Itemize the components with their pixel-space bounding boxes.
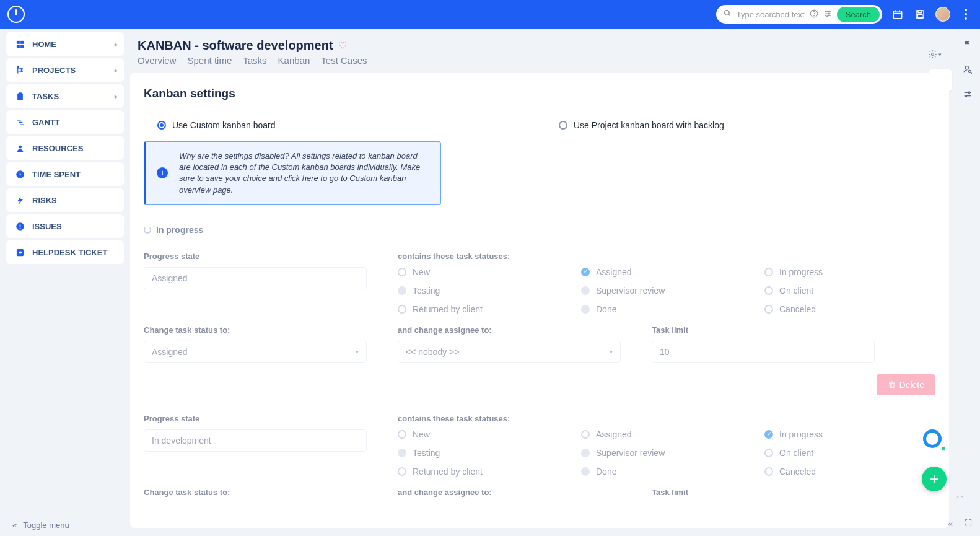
chk-on-client[interactable]: On client xyxy=(764,286,935,296)
radio-label: Use Project kanban board with backlog xyxy=(574,120,724,130)
chk-testing[interactable]: Testing xyxy=(398,448,569,458)
tab-tasks[interactable]: Tasks xyxy=(243,55,266,66)
person-search-icon[interactable] xyxy=(963,64,973,77)
sidebar-item-label: HOME xyxy=(32,40,56,49)
radio-label: Use Custom kanban board xyxy=(172,120,276,130)
flag-icon[interactable] xyxy=(963,40,973,52)
sidebar-item-tasks[interactable]: TASKS ▸ xyxy=(6,84,124,108)
change-status-select[interactable]: Assigned▾ xyxy=(144,341,367,363)
add-fab[interactable]: + xyxy=(922,467,947,491)
chat-fab[interactable] xyxy=(923,429,947,453)
chk-in-progress[interactable]: In progress xyxy=(764,267,935,277)
person-icon xyxy=(15,143,25,153)
chk-canceled[interactable]: Canceled xyxy=(764,304,935,314)
calendar-icon[interactable] xyxy=(891,7,904,21)
sidebar-item-time-spent[interactable]: TIME SPENT xyxy=(6,162,124,186)
sidebar-item-resources[interactable]: RESOURCES xyxy=(6,136,124,160)
chk-done[interactable]: Done xyxy=(581,304,752,314)
sliders-icon[interactable] xyxy=(823,9,832,20)
label-change-assignee: and change assignee to: xyxy=(398,488,633,497)
sidebar-item-helpdesk[interactable]: HELPDESK TICKET xyxy=(6,240,124,264)
progress-state-input[interactable]: In development xyxy=(144,429,367,452)
search-button[interactable]: Search xyxy=(837,7,880,22)
svg-point-48 xyxy=(968,92,970,94)
info-link[interactable]: here xyxy=(302,174,318,183)
sidebar: HOME ▸ PROJECTS ▸ TASKS ▸ GANTT RESOURCE… xyxy=(6,32,124,266)
chk-canceled[interactable]: Canceled xyxy=(764,467,935,477)
radio-project-board[interactable]: Use Project kanban board with backlog xyxy=(559,120,935,130)
topbar-left xyxy=(7,6,25,23)
fullscreen-icon[interactable] xyxy=(964,518,973,529)
tab-kanban[interactable]: Kanban xyxy=(278,55,310,66)
sidebar-item-projects[interactable]: PROJECTS ▸ xyxy=(6,58,124,82)
more-icon[interactable] xyxy=(959,7,973,21)
search-input[interactable] xyxy=(737,10,805,19)
svg-point-3 xyxy=(814,15,815,16)
tab-overview[interactable]: Overview xyxy=(138,55,177,66)
tab-test-cases[interactable]: Test Cases xyxy=(321,55,367,66)
chk-new[interactable]: New xyxy=(398,429,569,439)
toggle-menu-label: Toggle menu xyxy=(23,521,69,530)
label-change-assignee: and change assignee to: xyxy=(398,325,633,335)
chevron-double-left-icon[interactable]: « xyxy=(948,519,953,529)
page-settings-dropdown[interactable]: ▾ xyxy=(928,50,942,59)
radio-custom-board[interactable]: Use Custom kanban board xyxy=(157,120,534,130)
chevron-right-icon: ▸ xyxy=(115,41,118,48)
toggle-menu-button[interactable]: « Toggle menu xyxy=(12,521,69,530)
plus-icon: + xyxy=(930,470,938,488)
sidebar-item-label: RISKS xyxy=(32,196,57,205)
save-icon[interactable] xyxy=(913,7,927,21)
svg-line-1 xyxy=(728,14,730,16)
chevron-right-icon: ▸ xyxy=(115,67,118,74)
chk-assigned[interactable]: Assigned xyxy=(581,267,752,277)
user-avatar[interactable] xyxy=(935,7,950,22)
page-title: KANBAN - software development xyxy=(138,38,333,53)
svg-rect-30 xyxy=(17,93,23,100)
chk-done[interactable]: Done xyxy=(581,467,752,477)
chk-returned[interactable]: Returned by client xyxy=(398,304,569,314)
section-header[interactable]: In progress xyxy=(144,220,935,240)
chk-supervisor[interactable]: Supervisor review xyxy=(581,448,752,458)
svg-rect-31 xyxy=(19,92,22,94)
chk-returned[interactable]: Returned by client xyxy=(398,467,569,477)
sliders-icon[interactable] xyxy=(963,89,973,102)
heart-icon[interactable]: ♡ xyxy=(338,40,347,51)
svg-rect-10 xyxy=(893,11,902,19)
sidebar-item-label: HELPDESK TICKET xyxy=(32,248,107,257)
sidebar-item-home[interactable]: HOME ▸ xyxy=(6,32,124,56)
info-box: i Why are the settings disabled? All set… xyxy=(144,141,441,205)
chk-testing[interactable]: Testing xyxy=(398,286,569,296)
app-logo-icon[interactable] xyxy=(7,6,25,23)
svg-rect-15 xyxy=(918,11,922,13)
svg-point-19 xyxy=(965,17,967,20)
label-task-limit: Task limit xyxy=(652,325,887,335)
sidebar-item-issues[interactable]: ISSUES xyxy=(6,214,124,238)
chevron-up-icon[interactable]: ︿ xyxy=(956,490,964,501)
sidebar-item-label: TASKS xyxy=(32,92,59,101)
label-contains: contains these task statuses: xyxy=(398,414,935,423)
settings-card: Kanban settings Use Custom kanban board … xyxy=(130,73,949,528)
topbar: Search xyxy=(0,0,980,29)
delete-button[interactable]: 🗑 Delete xyxy=(877,374,935,395)
chevron-double-left-icon: « xyxy=(12,521,17,530)
chk-supervisor[interactable]: Supervisor review xyxy=(581,286,752,296)
status-checkbox-grid: New Assigned In progress Testing Supervi… xyxy=(398,267,935,314)
svg-point-43 xyxy=(965,66,968,69)
chk-new[interactable]: New xyxy=(398,267,569,277)
svg-point-35 xyxy=(19,145,22,148)
svg-rect-20 xyxy=(16,40,19,43)
chk-assigned[interactable]: Assigned xyxy=(581,429,752,439)
progress-state-input[interactable]: Assigned xyxy=(144,267,367,289)
task-limit-input[interactable]: 10 xyxy=(652,341,875,363)
sidebar-item-gantt[interactable]: GANTT xyxy=(6,110,124,134)
change-assignee-select[interactable]: << nobody >>▾ xyxy=(398,341,621,363)
chk-in-progress[interactable]: In progress xyxy=(764,429,935,439)
page-title-row: KANBAN - software development ♡ xyxy=(138,38,367,53)
main-content: KANBAN - software development ♡ Overview… xyxy=(130,29,949,528)
online-dot-icon xyxy=(940,446,947,452)
sidebar-item-risks[interactable]: RISKS xyxy=(6,188,124,212)
tab-spent-time[interactable]: Spent time xyxy=(188,55,232,66)
svg-point-27 xyxy=(17,66,19,68)
help-icon[interactable] xyxy=(810,9,818,20)
chk-on-client[interactable]: On client xyxy=(764,448,935,458)
